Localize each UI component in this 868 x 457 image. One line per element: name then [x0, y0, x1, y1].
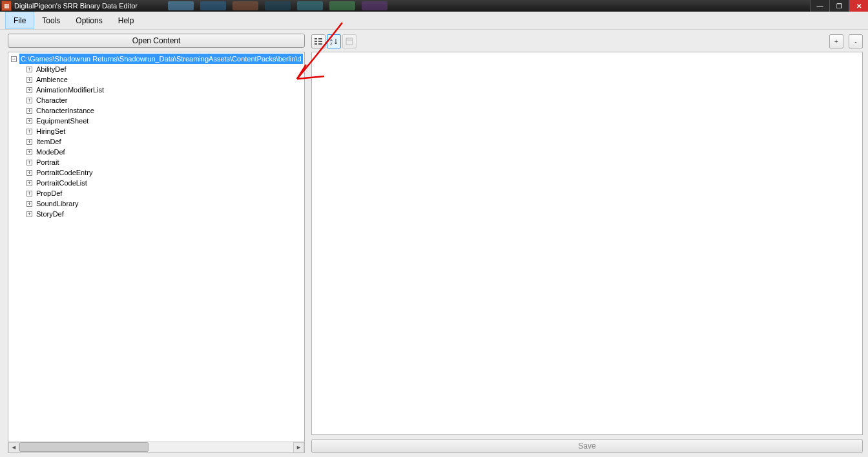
property-toolbar: AZ + -	[311, 34, 863, 49]
pages-icon	[346, 37, 353, 45]
expand-icon[interactable]: +	[26, 139, 32, 145]
svg-rect-8	[346, 38, 353, 45]
svg-rect-0	[315, 38, 317, 39]
minimize-button[interactable]: —	[810, 0, 829, 12]
titlebar-decoration	[168, 0, 388, 12]
expand-icon[interactable]: +	[26, 118, 32, 124]
tree-item[interactable]: +ItemDef	[11, 136, 304, 147]
tree-item[interactable]: +HiringSet	[11, 126, 304, 136]
add-button[interactable]: +	[829, 34, 843, 48]
svg-rect-2	[315, 41, 317, 42]
expand-icon[interactable]: +	[26, 67, 32, 72]
menu-help[interactable]: Help	[110, 12, 142, 29]
tree-item[interactable]: +EquipmentSheet	[11, 116, 304, 126]
tree-item[interactable]: +ModeDef	[11, 147, 304, 157]
svg-rect-1	[318, 38, 322, 39]
left-panel: Open Content − C:\Games\Shadowrun Return…	[0, 30, 309, 457]
expand-icon[interactable]: +	[26, 160, 32, 165]
menubar: File Tools Options Help	[0, 12, 868, 30]
close-button[interactable]: ✕	[849, 0, 868, 12]
horizontal-scrollbar[interactable]: ◄ ►	[8, 441, 304, 452]
tree-item[interactable]: +Character	[11, 95, 304, 105]
menu-options[interactable]: Options	[68, 12, 110, 29]
tree-item[interactable]: +StoryDef	[11, 209, 304, 219]
property-grid[interactable]	[311, 52, 863, 435]
tree-item[interactable]: +AbilityDef	[11, 64, 304, 74]
tree-item[interactable]: +PortraitCodeEntry	[11, 167, 304, 178]
menu-file[interactable]: File	[5, 12, 34, 29]
tree-item[interactable]: +PortraitCodeList	[11, 178, 304, 188]
maximize-button[interactable]: ❐	[829, 0, 849, 12]
expand-icon[interactable]: +	[26, 87, 32, 93]
tree-view[interactable]: − C:\Games\Shadowrun Returns\Shadowrun_D…	[8, 52, 305, 453]
tree-item[interactable]: +Portrait	[11, 157, 304, 167]
open-content-button[interactable]: Open Content	[8, 34, 305, 48]
window-buttons: — ❐ ✕	[810, 0, 868, 12]
categorized-icon	[315, 37, 322, 45]
main-content: Open Content − C:\Games\Shadowrun Return…	[0, 30, 868, 457]
expand-icon[interactable]: +	[26, 129, 32, 134]
svg-rect-3	[318, 41, 322, 42]
save-button[interactable]: Save	[311, 439, 863, 453]
expand-icon[interactable]: +	[26, 77, 32, 83]
window-title: DigitalPigeon's SRR Binary Data Editor	[14, 2, 810, 10]
alphabetical-view-button[interactable]: AZ	[327, 34, 341, 48]
expand-icon[interactable]: +	[26, 108, 32, 114]
tree-root-label: C:\Games\Shadowrun Returns\Shadowrun_Dat…	[19, 54, 303, 64]
tree-item[interactable]: +PropDef	[11, 188, 304, 198]
expand-icon[interactable]: +	[26, 149, 32, 155]
scroll-track[interactable]	[19, 442, 293, 453]
tree-item[interactable]: +Ambience	[11, 74, 304, 85]
expand-icon[interactable]: +	[26, 191, 32, 197]
svg-rect-5	[318, 43, 322, 45]
expand-icon[interactable]: +	[26, 98, 32, 103]
titlebar: ▦ DigitalPigeon's SRR Binary Data Editor…	[0, 0, 868, 12]
sort-az-icon: AZ	[330, 37, 338, 45]
tree-item[interactable]: +CharacterInstance	[11, 105, 304, 116]
collapse-icon[interactable]: −	[11, 56, 17, 62]
tree-root[interactable]: − C:\Games\Shadowrun Returns\Shadowrun_D…	[11, 54, 304, 64]
menu-tools[interactable]: Tools	[34, 12, 68, 29]
scroll-right-icon[interactable]: ►	[293, 442, 304, 453]
tree-item[interactable]: +AnimationModifierList	[11, 85, 304, 95]
svg-rect-4	[315, 43, 317, 45]
right-panel: AZ + - Save	[309, 30, 868, 457]
scroll-thumb[interactable]	[19, 442, 149, 452]
svg-text:Z: Z	[330, 42, 333, 45]
expand-icon[interactable]: +	[26, 201, 32, 207]
remove-button[interactable]: -	[849, 34, 863, 48]
expand-icon[interactable]: +	[26, 170, 32, 176]
expand-icon[interactable]: +	[26, 211, 32, 217]
tree-item[interactable]: +SoundLibrary	[11, 198, 304, 209]
categorized-view-button[interactable]	[311, 34, 326, 48]
scroll-left-icon[interactable]: ◄	[8, 442, 19, 453]
app-icon: ▦	[1, 1, 12, 11]
expand-icon[interactable]: +	[26, 180, 32, 186]
property-pages-button[interactable]	[342, 34, 356, 48]
